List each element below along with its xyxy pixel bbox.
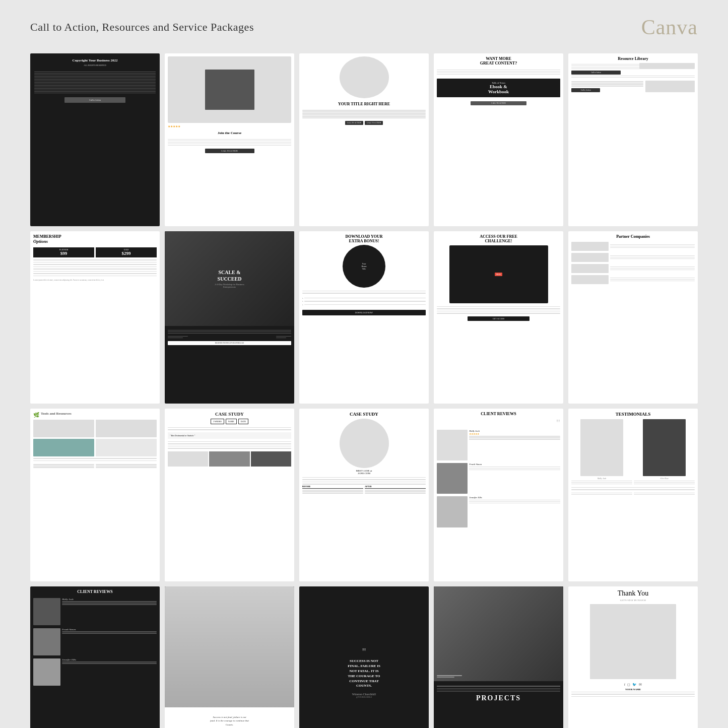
card-content: CLIENT REVIEWS " Molly Josh ★★★★★ Frank … [437,412,560,578]
instagram-icon: ◻ [627,683,630,687]
after-label: AFTER [365,485,426,489]
meta-weeks: 3 WEEKS [211,419,224,424]
card-content: TESTIMONIALS Molly Josh Alice Rose [571,412,695,578]
card-content: Partner Companies [571,234,695,401]
page-title-card: YOUR TITLE RIGHT HERE [302,102,426,106]
card-content: YOUR TITLE RIGHT HERE CALL TO ACTION CAL… [302,56,426,223]
page-title: Call to Action, Resources and Service Pa… [30,21,254,34]
free-badge: FREE [495,273,503,276]
membership-title: MEMBERSHIPOptions [33,234,157,244]
quote-body: Success is not final, failure is notfata… [169,711,290,728]
card-download-bonus: DOWNLOAD YOUREXTRA BONUS! YourBonusTitle… [299,231,429,404]
cta-btn-2[interactable]: Call to Action [571,88,600,92]
card-membership: MEMBERSHIPOptions PLATINUM $99 GOLD $299… [30,231,160,404]
price-gold: GOLD $299 [96,247,157,257]
email-icon: ✉ [639,683,642,687]
access-title: ACCESS OUR FREECHALLENGE! [437,234,560,243]
resource-title: Resource Library [571,56,695,61]
twitter-icon: 🐦 [632,683,637,687]
meta-name: NAME [226,419,237,424]
page-header: Call to Action, Resources and Service Pa… [30,15,698,39]
card-content: CASE STUDY MEET JANE atJANE.COM BEFORE A… [302,412,426,578]
ebook-title: Ebook &Workbook [440,84,557,94]
card-access-challenge: ACCESS OUR FREECHALLENGE! FREE GET ACCES… [434,231,563,404]
price-platinum: PLATINUM $99 [33,247,94,257]
tools-title: Tools and Resources [41,412,72,416]
case-study-title: CASE STUDY [168,412,291,417]
card-partner-companies: Partner Companies [568,231,698,404]
case-study-quote: " Best Testimonial or Statistic " [168,432,291,439]
testimonials-title: TESTIMONIALS [571,412,695,417]
card-client-reviews-dark: CLIENT REVIEWS Molly Josh Frank Simon [30,586,160,728]
card-content: PROJECTS [434,586,563,728]
client-reviews-title: CLIENT REVIEWS [437,412,560,416]
register-btn[interactable]: REGISTER FOR THE LIVE MASTERCLASS [168,341,291,345]
testimonial-name-2: Alice Rose [634,477,695,480]
download-btn[interactable]: DOWNLOAD NOW! [302,310,426,315]
success-quote: SUCCESS IS NOTFINAL. FAILURE ISNOT FATAL… [303,659,425,689]
card-content: DOWNLOAD YOUREXTRA BONUS! YourBonusTitle… [302,234,426,401]
cr-reviewer-1: Molly Josh [62,598,157,601]
case-study-2-title: CASE STUDY [302,412,426,417]
card-join-course: ★★★★★ Join the Course CALL TO ACTION [165,53,294,226]
card-content: ★★★★★ Join the Course CALL TO ACTION [168,56,291,223]
thank-you-script: Thank You [571,589,695,598]
get-access-btn[interactable]: GET ACCESS [468,316,530,321]
card-your-title: YOUR TITLE RIGHT HERE CALL TO ACTION CAL… [299,53,429,226]
before-label: BEFORE [302,485,363,489]
card-content: SCALE &SUCCEED A 6-Day Workshop for Busi… [165,231,294,404]
cr-reviewer-3: Jennifer Ellis [62,658,157,661]
projects-title: PROJECTS [476,694,521,705]
card-scale-succeed: SCALE &SUCCEED A 6-Day Workshop for Busi… [165,231,294,404]
card-resource-library: Resource Library Call to Action Call to … [568,53,698,226]
cr-reviewer-2: Frank Simon [62,628,157,631]
card-copyright: Copyright Your Business 2022 ALL RIGHTS … [30,53,160,226]
card-content: Success is not final, failure is notfata… [165,586,294,728]
meet-name: MEET JANE atJANE.COM [302,470,426,475]
dl-title: DOWNLOAD YOUREXTRA BONUS! [302,234,426,243]
thank-you-sub: LET'S STAY IN TOUCH [571,599,695,602]
canva-logo: Canva [641,15,698,39]
want-title: WANT MOREGREAT CONTENT? [437,56,560,65]
card-grid: Copyright Your Business 2022 ALL RIGHTS … [30,53,698,728]
card-content: Resource Library Call to Action Call to … [571,56,695,223]
card-content: " SUCCESS IS NOTFINAL. FAILURE ISNOT FAT… [303,592,425,728]
cta-btn[interactable]: CALL TO ACTION [205,149,254,153]
card-quote-person: Success is not final, failure is notfata… [165,586,294,728]
copyright-title: Copyright Your Business 2022 [34,58,156,62]
card-thank-you-1: Thank You LET'S STAY IN TOUCH f ◻ 🐦 ✉ YO… [568,586,698,728]
card-content: WANT MOREGREAT CONTENT? Talk of Town Ebo… [437,56,560,223]
copyright-sub: ALL RIGHTS RESERVED [34,64,156,67]
card-tools-resources: 🌿 Tools and Resources [30,409,160,581]
card-content: MEMBERSHIPOptions PLATINUM $99 GOLD $299… [33,234,157,401]
course-title: Join the Course [168,131,291,135]
card-want-more: WANT MOREGREAT CONTENT? Talk of Town Ebo… [434,53,563,226]
card-projects: PROJECTS [434,586,563,728]
cta-btn[interactable]: Call to Action [571,71,621,75]
card-case-study-1: CASE STUDY 3 WEEKS NAME DATE " Best Test… [165,409,294,581]
bonus-circle: YourBonusTitle [343,245,386,288]
card-content: Thank You LET'S STAY IN TOUCH f ◻ 🐦 ✉ YO… [571,589,695,728]
quote-mark: " [303,647,425,657]
cta-btn-2[interactable]: CALL TO ACTION [365,121,383,125]
reviewer-3: Jennifer Ellis [469,496,560,499]
card-content: Copyright Your Business 2022 ALL RIGHTS … [34,58,156,221]
card-content: ACCESS OUR FREECHALLENGE! FREE GET ACCES… [437,234,560,401]
social-handle: @YOURHANDLE [303,696,425,698]
scale-title: SCALE &SUCCEED [215,269,244,282]
testimonial-name-1: Molly Josh [571,477,632,480]
card-content: CLIENT REVIEWS Molly Josh Frank Simon [33,589,157,728]
partner-title: Partner Companies [571,234,695,239]
card-case-study-2: CASE STUDY MEET JANE atJANE.COM BEFORE A… [299,409,429,581]
your-name: YOUR NAME [571,688,695,691]
card-client-reviews: CLIENT REVIEWS " Molly Josh ★★★★★ Frank … [434,409,563,581]
rating-stars: ★★★★★ [168,124,291,128]
card-testimonials: TESTIMONIALS Molly Josh Alice Rose [568,409,698,581]
scale-sub: A 6-Day Workshop for BusinessEntrepreneu… [215,283,244,288]
facebook-icon: f [624,683,625,687]
meta-date: DATE [238,419,248,424]
reviewer-2: Frank Simon [469,463,560,466]
cta-btn-1[interactable]: CALL TO ACTION [345,121,363,125]
cta-btn[interactable]: CALL TO ACTION [471,101,526,105]
call-to-action-btn[interactable]: Call to Action [64,97,125,103]
